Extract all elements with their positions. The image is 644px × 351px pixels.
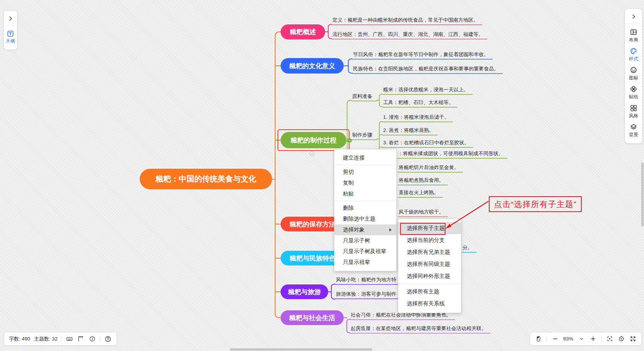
- zoom-in-button[interactable]: [589, 334, 596, 344]
- annotation-text: 点击“选择所有子主题”: [494, 199, 577, 210]
- theme-button[interactable]: 风格: [625, 102, 642, 121]
- divider: [601, 336, 602, 342]
- fit-screen-icon: [606, 336, 613, 342]
- target-icon: [618, 336, 625, 342]
- branch-node-overview[interactable]: 糍粑概述: [281, 24, 325, 39]
- divider: [628, 24, 640, 24]
- menu-item-delete[interactable]: 删除: [334, 203, 396, 214]
- zoom-select-button[interactable]: [578, 334, 585, 344]
- mindmap-app: { "left_panel": { "outline_label": "大纲" …: [0, 0, 644, 351]
- central-topic-label: 糍粑：中国的传统美食与文化: [156, 174, 256, 184]
- vertical-scrollbar-thumb[interactable]: [641, 163, 644, 226]
- leaf-topic-partial[interactable]: 直接在火上烤熟。: [398, 190, 443, 198]
- outline-button[interactable]: 大纲: [4, 28, 17, 46]
- outline-icon: [7, 30, 14, 37]
- menu-item-copy[interactable]: 复制: [334, 178, 396, 188]
- leaf-topic[interactable]: 社会习俗：糍粑在社会活动中扮演重要角色。: [350, 312, 455, 320]
- status-bar: 字数: 490 主题数: 32: [4, 332, 117, 346]
- leaf-topic-partial[interactable]: 旅游体验：游客可参与制作: [335, 291, 400, 299]
- leaf-topic[interactable]: 定义：糍粑是一种由糯米制成的传统食品，常见于中国南方地区。: [332, 17, 482, 25]
- menu-item-show-ancestors[interactable]: 只显示祖辈: [334, 257, 396, 268]
- submenu-item-select-all-topics[interactable]: 选择所有主题: [398, 286, 461, 298]
- group-label[interactable]: 原料准备: [351, 93, 377, 101]
- minus-icon: [552, 336, 558, 342]
- help-button[interactable]: [104, 334, 112, 344]
- menu-item-show-subtree[interactable]: 只显示子树: [334, 235, 396, 246]
- layout-button[interactable]: 布局: [625, 26, 642, 45]
- quick-add-icon[interactable]: +: [310, 151, 315, 156]
- left-panel: 大纲: [3, 10, 17, 50]
- leaf-topic[interactable]: 民族特色：在贵阳民族地区，糍粑是庆祝喜事和要事的重要食品。: [352, 66, 503, 74]
- branch-label: 糍粑概述: [290, 27, 316, 36]
- menu-item-select-object[interactable]: 选择对象: [334, 224, 396, 235]
- submenu-arrow-icon: [389, 228, 392, 231]
- central-topic-node[interactable]: 糍粑：中国的传统美食与文化: [140, 169, 272, 189]
- locate-center-button[interactable]: [618, 334, 625, 344]
- leaf-topic[interactable]: 起房造屋：在某些地区，糍粑与建房等重要社会活动相关联。: [350, 325, 490, 334]
- zoom-bar: 93%: [530, 332, 642, 346]
- submenu-item-select-all-subtopics[interactable]: 选择所有子主题: [398, 222, 461, 234]
- menu-item-paste[interactable]: 粘贴: [334, 188, 396, 199]
- group-label[interactable]: 制作步骤: [351, 132, 377, 140]
- branch-label: 糍粑的保存方法: [289, 220, 336, 229]
- menu-divider: [398, 284, 461, 284]
- submenu-item-select-same-shape[interactable]: 选择同种外形主题: [398, 270, 461, 282]
- chevron-down-icon: [579, 336, 584, 341]
- fullscreen-button[interactable]: [630, 334, 637, 344]
- palette-icon: [630, 47, 637, 55]
- shortcut-keys-button[interactable]: [65, 334, 73, 344]
- leaf-topic-partial[interactable]: 分。: [462, 245, 476, 253]
- leaf-topic[interactable]: 2. 蒸煮：将糯米蒸熟。: [382, 127, 438, 135]
- branch-label: 糍粑与旅游: [288, 288, 321, 296]
- layout-icon: [630, 28, 637, 36]
- leaf-topic-partial[interactable]: 风味小吃：糍粑作为地方特: [335, 277, 400, 285]
- chevron-right-icon: [630, 14, 637, 20]
- chevron-right-icon: [7, 15, 14, 22]
- zoom-level: 93%: [563, 336, 573, 342]
- menu-item-label: 选择对象: [343, 226, 365, 233]
- submenu-item-select-all-relations[interactable]: 选择所有关系线: [398, 298, 461, 310]
- branch-label: 糍粑的文化意义: [289, 62, 335, 70]
- zoom-out-button[interactable]: [552, 334, 558, 344]
- menu-item-create-link[interactable]: 建立连接: [334, 152, 396, 163]
- horizontal-scrollbar-thumb[interactable]: [230, 348, 372, 351]
- expand-panel-button[interactable]: [6, 14, 15, 23]
- context-menu: 建立连接 剪切 复制 粘贴 删除 删除选中主题 选择对象 只显示子树 只显示子树…: [334, 149, 397, 271]
- ruler-button[interactable]: [77, 334, 85, 344]
- selection-rect: [277, 129, 349, 151]
- info-icon: [89, 336, 96, 342]
- leaf-topic-partial[interactable]: 将糍粑煮熟后食用。: [398, 177, 448, 185]
- submenu-item-select-sibling-topics[interactable]: 选择所有兄弟主题: [398, 246, 461, 258]
- submenu-item-select-same-level[interactable]: 选择所有同级主题: [398, 258, 461, 270]
- icons-button[interactable]: 图标: [625, 64, 642, 83]
- keyboard-icon: [66, 336, 73, 342]
- leaf-topic[interactable]: 节日风俗：糍粑常在新年等节日中制作，象征着团圆和丰收。: [352, 51, 493, 60]
- annotation-callout: 点击“选择所有子主题”: [489, 196, 582, 212]
- icons-label: 图标: [629, 75, 638, 81]
- menu-item-delete-selected[interactable]: 删除选中主题: [334, 214, 396, 224]
- stickers-button[interactable]: 贴纸: [625, 83, 642, 102]
- leaf-topic[interactable]: 3. 舂烂：在粑槽或石臼中舂烂至胶状。: [382, 140, 473, 148]
- leaf-topic[interactable]: 1. 浸泡：将糯米浸泡后滤干。: [382, 114, 453, 122]
- style-button[interactable]: 样式: [625, 45, 642, 64]
- branch-node-culture[interactable]: 糍粑的文化意义: [281, 58, 344, 74]
- leaf-topic-partial[interactable]: 风干燥的地方晾干。: [398, 209, 448, 217]
- leaf-topic[interactable]: 流行地区：贵州、广西、四川、重庆、湖北、湖南、江西、福建等。: [332, 31, 487, 39]
- collapse-panel-button[interactable]: [629, 12, 638, 21]
- menu-item-cut[interactable]: 剪切: [334, 167, 396, 178]
- divider: [546, 336, 547, 342]
- leaf-topic[interactable]: 糯米：选择优质糯米，浸泡一天以上。: [382, 87, 473, 95]
- fit-screen-button[interactable]: [606, 334, 613, 344]
- collapse-handle[interactable]: −: [347, 138, 352, 143]
- leaf-topic[interactable]: 工具：粑槽、石臼、大木槌等。: [382, 99, 457, 108]
- leaf-topic-partial[interactable]: ：将糯米揉成团状，可使用模具制成不同形状。: [397, 151, 507, 159]
- branch-node-social[interactable]: 糍粑与社会生活: [281, 310, 344, 325]
- menu-item-show-subtree-ancestors[interactable]: 只显示子树及祖辈: [334, 246, 396, 257]
- submenu-item-select-current-branch[interactable]: 选择当前的分支: [398, 234, 461, 246]
- background-button[interactable]: 背景: [625, 121, 642, 140]
- info-button[interactable]: [89, 334, 96, 344]
- leaf-topic-partial[interactable]: 将糍粑切片后油炸至金黄。: [398, 164, 463, 173]
- select-object-submenu: 选择所有子主题 选择当前的分支 选择所有兄弟主题 选择所有同级主题 选择同种外形…: [398, 219, 461, 313]
- mouse-mode-button[interactable]: [535, 334, 542, 344]
- branch-node-tourism[interactable]: 糍粑与旅游: [281, 284, 328, 299]
